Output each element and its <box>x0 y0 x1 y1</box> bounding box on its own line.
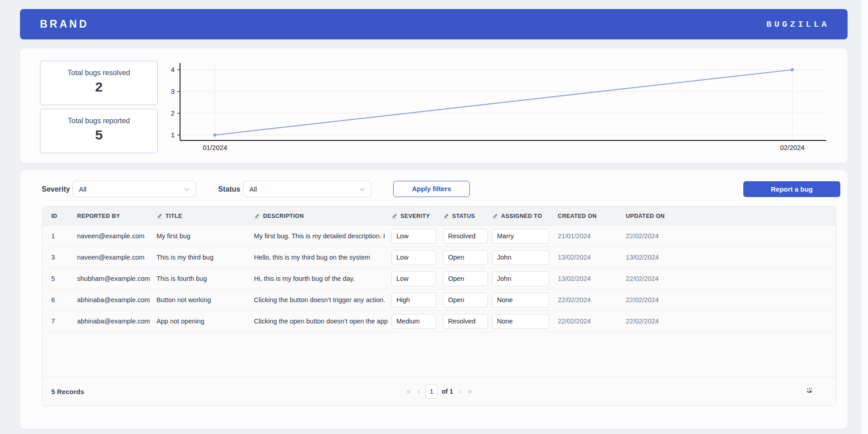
chart-line <box>215 70 792 135</box>
eye-icon <box>805 386 814 395</box>
severity-input[interactable]: High <box>391 293 436 308</box>
cell-reported-by: abhinaba@example.com <box>75 296 154 304</box>
assigned-to-input[interactable]: None <box>492 293 549 308</box>
severity-input[interactable]: Low <box>391 229 436 244</box>
column-header-updated-on: UPDATED ON <box>624 207 836 225</box>
records-count: 5 Records <box>51 388 84 395</box>
cell-description: Clicking the open button doesn’t open th… <box>252 318 389 325</box>
assigned-to-input[interactable]: John <box>492 250 549 265</box>
table-row: 6 abhinaba@example.com Button not workin… <box>43 289 836 311</box>
pagination: « ‹ 1 of 1 › » <box>405 384 473 399</box>
column-header-description: DESCRIPTION <box>252 207 389 225</box>
cell-description: My first bug. This is my detailed descri… <box>252 232 389 240</box>
column-header-reported-by: REPORTED BY <box>75 207 154 225</box>
apply-filters-button[interactable]: Apply filters <box>393 181 470 197</box>
column-header-id: ID <box>43 207 75 225</box>
assigned-to-input[interactable]: None <box>492 314 549 329</box>
previous-page-button[interactable]: ‹ <box>416 387 421 395</box>
cell-description: Hello, this is my third bug on the syste… <box>252 254 389 261</box>
status-select-value: All <box>249 185 257 193</box>
column-header-severity: SEVERITY <box>389 207 441 225</box>
chevron-down-icon <box>360 188 365 191</box>
severity-filter-label: Severity <box>42 185 70 193</box>
last-page-button[interactable]: » <box>466 387 473 395</box>
chevron-down-icon <box>184 188 190 191</box>
column-header-label: DESCRIPTION <box>263 213 304 219</box>
cell-reported-by: shubham@example.com <box>75 275 154 282</box>
first-page-button[interactable]: « <box>405 387 412 395</box>
cell-updated-on: 22/02/2024 <box>624 318 836 325</box>
status-select[interactable]: All <box>243 181 371 197</box>
cell-description: Clicking the button doesn’t trigger any … <box>252 296 389 304</box>
table-row: 7 abhinaba@example.com App not opening C… <box>43 311 836 332</box>
visibility-toggle-button[interactable] <box>805 386 814 397</box>
cell-reported-by: naveen@example.com <box>75 232 154 240</box>
column-header-label: ASSIGNED TO <box>501 213 542 219</box>
status-input[interactable]: Open <box>443 250 488 265</box>
table-row: 3 naveen@example.com This is my third bu… <box>43 247 836 268</box>
chart-point <box>214 134 217 137</box>
column-header-status: STATUS <box>441 207 490 225</box>
y-tick-label: 4 <box>171 66 175 73</box>
cell-id: 1 <box>43 232 75 240</box>
cell-created-on: 22/02/2024 <box>556 296 624 304</box>
column-header-created-on: CREATED ON <box>556 207 624 225</box>
stats-chart-panel: Total bugs resolved 2 Total bugs reporte… <box>20 48 848 163</box>
assigned-to-input[interactable]: John <box>492 271 549 286</box>
cell-description: Hi, this is my fourth bug of the day. <box>252 275 389 282</box>
status-input[interactable]: Open <box>443 271 488 286</box>
x-tick-label: 02/2024 <box>780 144 805 151</box>
edit-pencil-icon <box>156 213 163 219</box>
current-page-input[interactable]: 1 <box>425 384 438 399</box>
app-header: BRAND BUGZILLA <box>20 9 848 39</box>
bugs-line-chart: 4 3 2 1 01/2024 02/2024 <box>20 48 848 163</box>
bugs-table: ID REPORTED BY TITLE DESCRIPTION SEVERIT… <box>42 206 836 406</box>
cell-title: This is my third bug <box>154 254 252 261</box>
status-input[interactable]: Resolved <box>443 229 488 244</box>
cell-created-on: 22/02/2024 <box>556 318 624 325</box>
column-header-label: TITLE <box>166 213 182 219</box>
status-input[interactable]: Resolved <box>443 314 488 329</box>
severity-input[interactable]: Low <box>391 271 436 286</box>
cell-id: 3 <box>43 254 75 261</box>
cell-updated-on: 22/02/2024 <box>624 296 836 304</box>
cell-id: 6 <box>43 296 75 304</box>
brand-logo: BRAND <box>40 18 89 30</box>
table-row: 1 naveen@example.com My first bug My fir… <box>43 226 836 247</box>
column-header-title: TITLE <box>154 207 252 225</box>
page-count-label: of 1 <box>442 388 453 395</box>
table-row: 5 shubham@example.com This is fourth bug… <box>43 268 836 289</box>
page-scrollbar[interactable] <box>861 0 868 434</box>
status-input[interactable]: Open <box>443 293 488 308</box>
column-header-assigned-to: ASSIGNED TO <box>490 207 556 225</box>
cell-title: This is fourth bug <box>154 275 252 282</box>
severity-input[interactable]: Medium <box>391 314 436 329</box>
report-a-bug-button[interactable]: Report a bug <box>743 181 840 197</box>
next-page-button[interactable]: › <box>457 387 462 395</box>
chart-point <box>791 68 794 72</box>
cell-updated-on: 22/02/2024 <box>624 232 836 240</box>
cell-id: 5 <box>43 275 75 282</box>
cell-updated-on: 13/02/2024 <box>624 254 836 261</box>
severity-select-value: All <box>79 185 87 193</box>
edit-pencil-icon <box>492 213 498 219</box>
column-header-label: SEVERITY <box>400 213 430 219</box>
edit-pencil-icon <box>443 213 449 219</box>
cell-title: My first bug <box>154 232 252 240</box>
y-tick-label: 1 <box>171 131 175 139</box>
cell-id: 7 <box>43 318 75 325</box>
cell-reported-by: abhinaba@example.com <box>75 318 154 325</box>
assigned-to-input[interactable]: Marry <box>492 229 549 244</box>
cell-title: App not opening <box>154 318 252 325</box>
column-header-label: STATUS <box>452 213 475 219</box>
cell-created-on: 13/02/2024 <box>556 254 624 261</box>
app-title: BUGZILLA <box>766 19 829 29</box>
y-tick-label: 3 <box>171 87 175 95</box>
status-filter-label: Status <box>218 185 240 193</box>
cell-created-on: 13/02/2024 <box>556 275 624 282</box>
cell-reported-by: naveen@example.com <box>75 254 154 261</box>
edit-pencil-icon <box>254 213 260 219</box>
severity-input[interactable]: Low <box>391 250 436 265</box>
severity-select[interactable]: All <box>73 181 196 197</box>
bugs-panel: Severity All Status All Apply filters Re… <box>20 170 848 429</box>
